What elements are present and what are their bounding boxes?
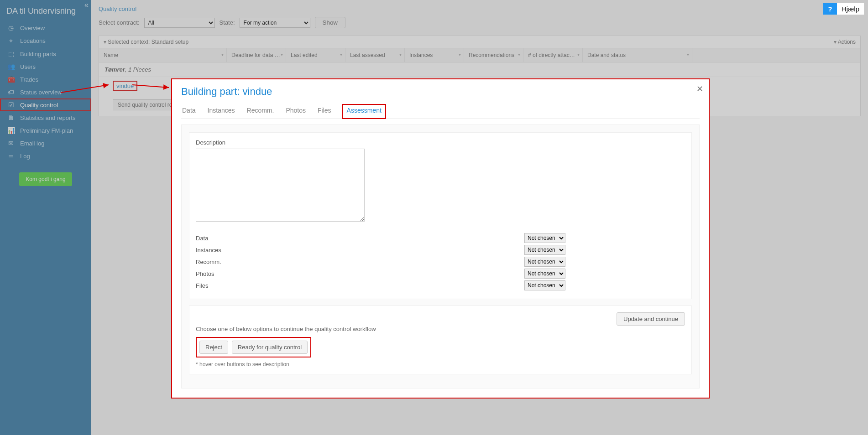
modal-body: Description Data Not chosen Instances No… (181, 124, 700, 388)
assess-select-data[interactable]: Not chosen (524, 233, 565, 243)
modal-tabs: Data Instances Recomm. Photos Files Asse… (181, 104, 700, 119)
assess-select-files[interactable]: Not chosen (524, 280, 565, 290)
tab-recomm[interactable]: Recomm. (246, 104, 275, 119)
assess-row-data: Data Not chosen (196, 233, 685, 243)
assess-select-photos[interactable]: Not chosen (524, 269, 565, 279)
assess-row-instances: Instances Not chosen (196, 245, 685, 255)
reject-button[interactable]: Reject (199, 341, 228, 354)
ready-button[interactable]: Ready for quality control (232, 341, 308, 354)
assess-label: Data (196, 235, 524, 242)
workflow-instruction: Choose one of below options to continue … (196, 326, 685, 332)
assess-label: Files (196, 282, 524, 289)
building-part-modal: ✕ Building part: vindue Data Instances R… (171, 78, 710, 399)
assess-label: Recomm. (196, 259, 524, 265)
assess-label: Photos (196, 270, 524, 277)
modal-title: Building part: vindue (181, 86, 700, 98)
workflow-panel: Update and continue Choose one of below … (189, 306, 692, 374)
tab-instances[interactable]: Instances (207, 104, 236, 119)
tab-data[interactable]: Data (181, 104, 197, 119)
help-widget[interactable]: ? Hjælp (823, 3, 864, 15)
tab-assessment[interactable]: Assessment (342, 104, 386, 119)
assess-row-photos: Photos Not chosen (196, 269, 685, 279)
tab-files[interactable]: Files (317, 104, 332, 119)
assess-row-recomm: Recomm. Not chosen (196, 257, 685, 267)
assess-row-files: Files Not chosen (196, 280, 685, 290)
close-icon[interactable]: ✕ (696, 84, 703, 94)
assess-select-instances[interactable]: Not chosen (524, 245, 565, 255)
assessment-panel: Description Data Not chosen Instances No… (189, 132, 692, 299)
assess-select-recomm[interactable]: Not chosen (524, 257, 565, 267)
tab-photos[interactable]: Photos (285, 104, 307, 119)
description-label: Description (196, 139, 685, 146)
help-icon: ? (823, 3, 837, 15)
help-label: Hjælp (837, 3, 864, 15)
workflow-buttons: Reject Ready for quality control (196, 337, 311, 357)
assess-label: Instances (196, 247, 524, 254)
workflow-hint: * hover over buttons to see description (196, 361, 685, 368)
update-continue-button[interactable]: Update and continue (617, 312, 685, 326)
description-textarea[interactable] (196, 149, 365, 222)
